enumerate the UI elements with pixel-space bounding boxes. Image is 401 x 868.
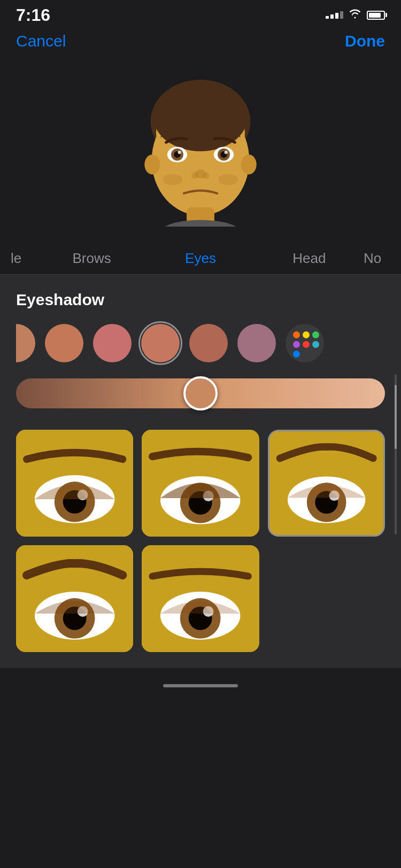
eye-option-5[interactable] [142,545,259,652]
color-picker-dots [293,331,317,355]
cancel-button[interactable]: Cancel [16,32,66,50]
eye-style-grid [16,430,385,537]
swatch-2[interactable] [93,324,132,362]
color-swatches-row [16,324,385,362]
svg-point-20 [218,174,238,185]
category-tabs: le Brows Eyes Head No [0,243,401,275]
svg-point-7 [161,220,239,227]
svg-point-19 [163,174,182,185]
svg-point-18 [203,172,209,179]
tab-partial-left[interactable]: le [11,245,37,272]
eyeshadow-slider[interactable] [16,378,385,408]
status-bar: 7:16 [0,0,401,27]
tab-head[interactable]: Head [255,245,364,272]
svg-point-4 [144,154,160,174]
scrollbar[interactable] [395,374,397,534]
eye-option-empty [268,545,385,652]
slider-thumb[interactable] [183,376,218,410]
svg-point-5 [241,154,257,174]
swatch-partial[interactable] [16,324,35,362]
eye-option-4[interactable] [16,545,133,652]
done-button[interactable]: Done [345,32,385,50]
eye-option-2[interactable] [142,430,259,537]
eye-style-grid-row2 [16,545,385,652]
memoji-face [131,77,270,227]
home-indicator [0,668,401,698]
battery-icon [367,11,385,20]
status-time: 7:16 [16,5,50,25]
swatch-4[interactable] [189,324,228,362]
svg-point-11 [178,151,181,154]
svg-point-17 [191,172,198,179]
eye-option-1[interactable] [16,430,133,537]
eye-option-3-selected[interactable] [268,430,385,537]
color-picker-button[interactable] [286,324,324,362]
home-bar [163,684,238,687]
scrollbar-thumb[interactable] [395,385,397,449]
svg-point-15 [225,151,228,154]
tab-partial-right[interactable]: No [364,245,390,272]
swatch-5[interactable] [237,324,276,362]
section-title: Eyeshadow [16,291,385,309]
signal-icon [326,11,343,19]
swatch-1[interactable] [45,324,83,362]
tab-brows[interactable]: Brows [37,245,146,272]
tab-eyes[interactable]: Eyes [146,245,255,272]
status-icons [326,9,385,21]
nav-bar: Cancel Done [0,27,401,61]
wifi-icon [349,9,361,21]
customization-panel: Eyeshadow [0,275,401,668]
avatar-preview [0,61,401,243]
swatch-3-selected[interactable] [141,324,180,362]
slider-track [16,378,385,408]
